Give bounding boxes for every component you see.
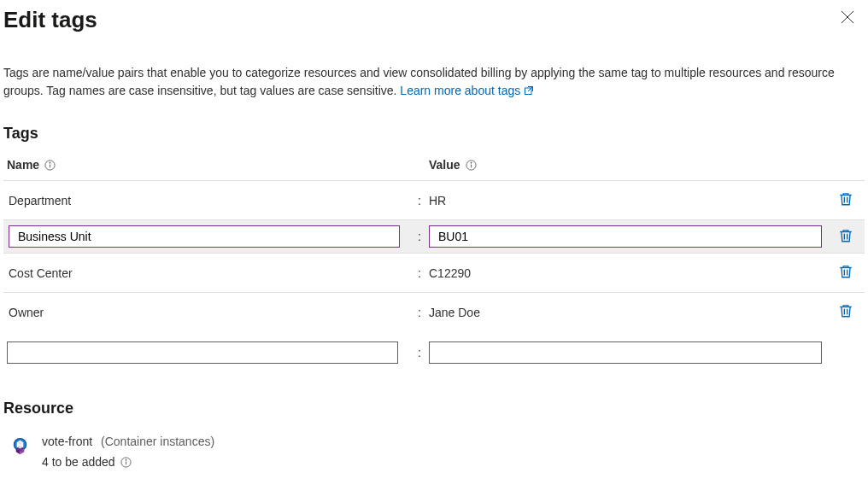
tag-row[interactable]: Owner : Jane Doe (3, 292, 865, 331)
close-icon (841, 10, 854, 24)
trash-icon (838, 191, 853, 207)
delete-tag-button[interactable] (836, 190, 855, 211)
trash-icon (838, 303, 853, 318)
value-column-header: Value (429, 158, 460, 172)
info-icon[interactable] (44, 160, 56, 171)
name-column-header: Name (7, 158, 39, 172)
colon-separator: : (410, 306, 429, 319)
svg-line-3 (528, 87, 533, 92)
close-button[interactable] (837, 7, 858, 30)
tags-table: Name Value Department : H (3, 158, 865, 369)
info-icon[interactable] (466, 160, 477, 171)
resource-heading: Resource (3, 400, 865, 417)
colon-separator: : (410, 346, 429, 359)
container-instances-icon (10, 435, 30, 459)
trash-icon (838, 228, 853, 243)
tag-value: HR (429, 194, 830, 207)
info-icon[interactable] (120, 457, 132, 468)
colon-separator: : (410, 230, 429, 243)
learn-more-link[interactable]: Learn more about tags (400, 84, 534, 97)
tags-heading: Tags (3, 125, 865, 143)
colon-separator: : (410, 194, 429, 207)
tag-name: Owner (7, 306, 410, 319)
delete-tag-button[interactable] (836, 226, 855, 248)
tag-value-input[interactable] (429, 225, 822, 248)
resource-item: vote-front (Container instances) 4 to be… (3, 435, 865, 469)
trash-icon (838, 264, 853, 279)
page-title: Edit tags (3, 7, 97, 33)
svg-point-21 (126, 459, 126, 460)
delete-tag-button[interactable] (836, 301, 855, 323)
svg-point-8 (471, 162, 472, 163)
resource-type: (Container instances) (101, 435, 214, 448)
tag-empty-row: : (3, 331, 865, 369)
external-link-icon (524, 83, 534, 101)
tag-value: Jane Doe (429, 306, 830, 319)
tag-name-input[interactable] (9, 225, 400, 248)
tag-name: Department (7, 194, 410, 207)
resource-status: 4 to be added (42, 455, 115, 469)
tag-value: C12290 (429, 266, 830, 280)
tag-name: Cost Center (7, 266, 410, 280)
new-tag-name-input[interactable] (7, 341, 398, 364)
new-tag-value-input[interactable] (429, 341, 822, 364)
colon-separator: : (410, 266, 429, 280)
delete-tag-button[interactable] (836, 262, 855, 283)
tag-row[interactable]: Cost Center : C12290 (3, 253, 865, 292)
description-text: Tags are name/value pairs that enable yo… (3, 64, 865, 101)
svg-point-5 (50, 162, 50, 163)
resource-name: vote-front (42, 435, 92, 448)
tag-row-editing: : (3, 219, 865, 253)
tag-row[interactable]: Department : HR (3, 180, 865, 219)
